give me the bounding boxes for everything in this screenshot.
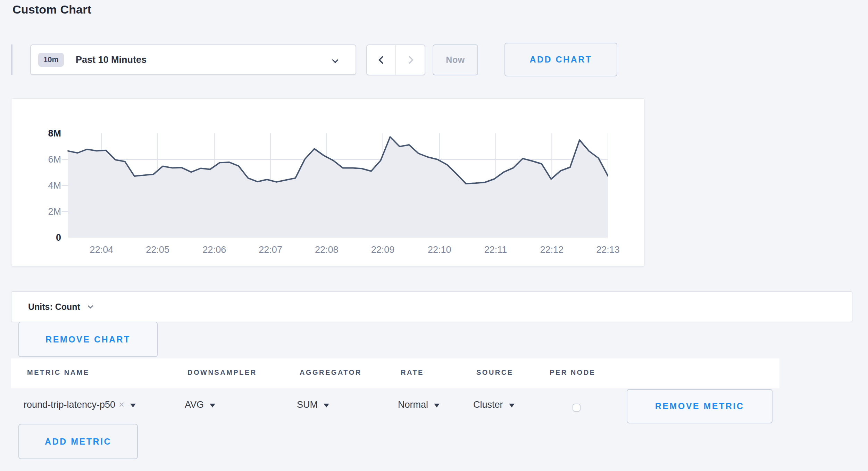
add-metric-button[interactable]: ADD METRIC: [18, 424, 138, 459]
rate-select[interactable]: Normal: [398, 399, 440, 410]
source-select[interactable]: Cluster: [473, 399, 515, 410]
time-nav-group: [366, 44, 425, 75]
chevron-right-icon: [405, 56, 414, 64]
caret-down-icon: [130, 404, 136, 407]
rate-value: Normal: [398, 399, 428, 410]
downsampler-value: AVG: [185, 399, 204, 410]
metric-name-select[interactable]: round-trip-latency-p50 ×: [24, 399, 136, 410]
x-axis-tick-label: 22:10: [412, 245, 467, 255]
chart-svg: [62, 133, 608, 238]
y-axis-tick-label: 6M: [25, 154, 61, 165]
caret-down-icon: [324, 404, 329, 407]
x-axis-tick-label: 22:11: [468, 245, 524, 255]
add-chart-button[interactable]: ADD CHART: [504, 43, 617, 76]
x-axis-tick-label: 22:09: [355, 245, 411, 255]
x-axis-tick-label: 22:08: [299, 245, 354, 255]
chevron-down-icon: [332, 57, 338, 63]
x-axis-tick-label: 22:06: [186, 245, 242, 255]
column-header-source: SOURCE: [476, 369, 514, 377]
y-axis-tick-label: 4M: [25, 180, 61, 191]
downsampler-select[interactable]: AVG: [185, 399, 215, 410]
x-axis-tick-label: 22:12: [524, 245, 579, 255]
prev-time-button[interactable]: [367, 45, 396, 75]
caret-down-icon: [509, 404, 515, 407]
x-axis-tick-label: 22:07: [243, 245, 298, 255]
source-value: Cluster: [473, 399, 503, 410]
column-header-metric-name: METRIC NAME: [27, 369, 90, 377]
toolbar-accent-divider: [11, 44, 12, 75]
y-axis-tick-label: 2M: [25, 206, 61, 217]
aggregator-value: SUM: [297, 399, 318, 410]
page-title: Custom Chart: [12, 3, 91, 16]
x-axis-tick-label: 22:04: [74, 245, 129, 255]
now-button[interactable]: Now: [433, 44, 478, 75]
time-range-dropdown[interactable]: 10m Past 10 Minutes: [30, 44, 356, 75]
custom-chart-page: Custom Chart 10m Past 10 Minutes Now ADD…: [0, 0, 868, 471]
chevron-down-icon: [88, 303, 93, 308]
column-header-per-node: PER NODE: [550, 369, 595, 377]
units-dropdown[interactable]: Units: Count: [11, 291, 852, 322]
per-node-checkbox[interactable]: [573, 404, 581, 412]
caret-down-icon: [434, 404, 440, 407]
time-range-label: Past 10 Minutes: [76, 55, 147, 65]
aggregator-select[interactable]: SUM: [297, 399, 329, 410]
chart-card: 02M4M6M8M 22:0422:0522:0622:0722:0822:09…: [11, 98, 645, 266]
chevron-left-icon: [378, 56, 386, 64]
metrics-table-header: METRIC NAME DOWNSAMPLER AGGREGATOR RATE …: [11, 358, 779, 388]
units-dropdown-label: Units: Count: [28, 302, 80, 312]
clear-metric-icon[interactable]: ×: [119, 399, 124, 410]
next-time-button[interactable]: [396, 45, 425, 75]
column-header-rate: RATE: [401, 369, 424, 377]
caret-down-icon: [210, 404, 215, 407]
remove-metric-button[interactable]: REMOVE METRIC: [627, 389, 773, 423]
x-axis-tick-label: 22:13: [580, 245, 636, 255]
column-header-downsampler: DOWNSAMPLER: [187, 369, 257, 377]
y-axis-tick-label: 0: [25, 232, 61, 243]
y-axis-tick-label: 8M: [25, 128, 61, 139]
remove-chart-button[interactable]: REMOVE CHART: [18, 322, 158, 357]
column-header-aggregator: AGGREGATOR: [300, 369, 362, 377]
metric-name-value: round-trip-latency-p50: [24, 399, 115, 410]
x-axis-tick-label: 22:05: [130, 245, 185, 255]
time-range-badge: 10m: [38, 53, 64, 67]
